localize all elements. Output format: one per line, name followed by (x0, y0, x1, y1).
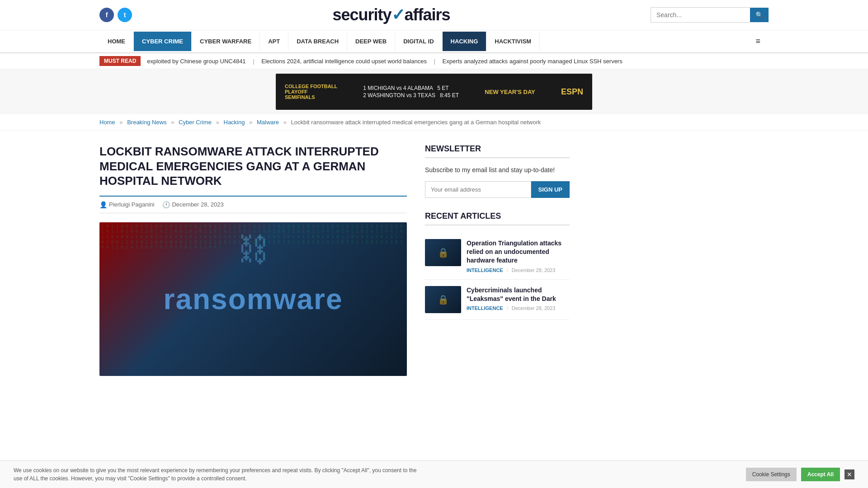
recent-articles-section: RECENT ARTICLES 🔒 Operation Triangulatio… (425, 211, 570, 320)
ticker-item-3[interactable]: Experts analyzed attacks against poorly … (443, 58, 623, 65)
clock-icon: 🕐 (162, 201, 170, 208)
article-thumb-1: 🔒 (425, 239, 461, 266)
tag-label-1[interactable]: INTELLIGENCE (467, 267, 503, 273)
article-title: LOCKBIT RANSOMWARE ATTACK INTERRUPTED ME… (99, 144, 407, 188)
nav-item-hacking[interactable]: HACKING (443, 32, 487, 51)
tag-sep-2: / (507, 305, 508, 311)
breadcrumb-sep-1: » (119, 119, 124, 126)
recent-article-link-1[interactable]: Operation Triangulation attacks relied o… (467, 239, 561, 264)
ad-espn-logo: ESPN (561, 87, 583, 97)
recent-article-item: 🔒 Operation Triangulation attacks relied… (425, 233, 570, 280)
email-form: SIGN UP (425, 181, 570, 198)
ad-matchup-2: 2 WASHINGTON vs 3 TEXAS 8:45 ET (363, 92, 459, 99)
breadcrumb-breaking-news[interactable]: Breaking News (127, 119, 166, 126)
breadcrumb-current: Lockbit ransomware attack interrupted me… (291, 119, 541, 126)
email-input[interactable] (425, 181, 531, 198)
tag-sep-1: / (507, 267, 508, 273)
logo-checkmark: ✓ (392, 5, 405, 24)
article-meta: 👤 Pierluigi Paganini 🕐 December 28, 2023 (99, 196, 407, 213)
article-tags-2: INTELLIGENCE / December 28, 2023 (467, 305, 570, 311)
ticker-text: exploited by Chinese group UNC4841 | Ele… (147, 58, 622, 65)
ad-matchup-1: 1 MICHIGAN vs 4 ALABAMA 5 ET (363, 85, 459, 91)
tag-date-2: December 28, 2023 (512, 305, 556, 311)
ad-logo-cfp: COLLEGE FOOTBALLPLAYOFFSEMIFINALS (285, 84, 337, 100)
recent-article-title-2[interactable]: Cybercriminals launched "Leaksmas" event… (467, 286, 570, 303)
ticker-sep-2: | (434, 58, 435, 65)
thumb-inner-2: 🔒 (425, 286, 461, 313)
top-bar: f t security✓affairs 🔍 (0, 0, 868, 30)
ticker-item-1[interactable]: exploited by Chinese group UNC4841 (147, 58, 245, 65)
recent-articles-title: RECENT ARTICLES (425, 211, 570, 225)
search-bar: 🔍 (651, 7, 769, 23)
thumb-inner-1: 🔒 (425, 239, 461, 266)
ad-banner: COLLEGE FOOTBALLPLAYOFFSEMIFINALS 1 MICH… (0, 69, 868, 114)
tag-date-1: December 28, 2023 (512, 267, 556, 273)
author-icon: 👤 (99, 201, 107, 208)
recent-article-link-2[interactable]: Cybercriminals launched "Leaksmas" event… (467, 286, 556, 302)
nav-item-home[interactable]: HOME (99, 32, 134, 51)
nav-item-cyber-crime[interactable]: CYBER CRIME (134, 32, 192, 51)
article-tags-1: INTELLIGENCE / December 28, 2023 (467, 267, 570, 273)
nav-item-hacktivism[interactable]: HACKTIVISM (486, 32, 540, 51)
ticker-bar: MUST READ exploited by Chinese group UNC… (0, 53, 868, 69)
recent-article-title-1[interactable]: Operation Triangulation attacks relied o… (467, 239, 570, 265)
breadcrumb-sep-4: » (249, 119, 254, 126)
site-logo: security✓affairs (332, 5, 450, 24)
tag-label-2[interactable]: INTELLIGENCE (467, 305, 503, 311)
nav-item-digital-id[interactable]: DIGITAL ID (395, 32, 442, 51)
nav-item-data-breach[interactable]: DATA BREACH (288, 32, 347, 51)
ad-nyd-text: NEW YEAR'S DAY (485, 89, 535, 95)
author-name[interactable]: Pierluigi Paganini (109, 201, 154, 208)
ad-matchups: 1 MICHIGAN vs 4 ALABAMA 5 ET 2 WASHINGTO… (363, 84, 459, 99)
breadcrumb-sep-3: » (216, 119, 221, 126)
nav-item-cyber-warfare[interactable]: CYBER WARFARE (192, 32, 260, 51)
article-image: 1 0 1 1 0 0 1 0 1 1 1 0 0 1 0 1 1 0 1 0 … (99, 222, 407, 376)
ticker-sep-1: | (253, 58, 254, 65)
ad-cfp-text: COLLEGE FOOTBALLPLAYOFFSEMIFINALS (285, 84, 337, 100)
ad-nyd: NEW YEAR'S DAY (485, 89, 535, 95)
nav-bar: HOME CYBER CRIME CYBER WARFARE APT DATA … (0, 30, 868, 53)
search-button[interactable]: 🔍 (750, 8, 769, 22)
article-info-2: Cybercriminals launched "Leaksmas" event… (467, 286, 570, 311)
article-column: LOCKBIT RANSOMWARE ATTACK INTERRUPTED ME… (99, 144, 407, 376)
ad-inner[interactable]: COLLEGE FOOTBALLPLAYOFFSEMIFINALS 1 MICH… (276, 74, 592, 110)
ticker-label: MUST READ (99, 56, 141, 66)
breadcrumb-cyber-crime[interactable]: Cyber Crime (179, 119, 212, 126)
ticker-item-2[interactable]: Elections 2024, artificial intelligence … (261, 58, 427, 65)
twitter-icon[interactable]: t (118, 8, 132, 22)
article-info-1: Operation Triangulation attacks relied o… (467, 239, 570, 273)
ransomware-label: ransomware (163, 282, 343, 316)
main-content: LOCKBIT RANSOMWARE ATTACK INTERRUPTED ME… (0, 131, 868, 389)
logo-text-security: security (332, 5, 391, 24)
chain-icon: ⛓ (237, 231, 269, 267)
nav-item-apt[interactable]: APT (260, 32, 288, 51)
newsletter-description: Subscribe to my email list and stay up-t… (425, 165, 570, 175)
breadcrumb-sep-5: » (283, 119, 288, 126)
article-date-text: December 28, 2023 (172, 201, 223, 208)
signup-button[interactable]: SIGN UP (531, 181, 570, 198)
newsletter-title: NEWSLETTER (425, 144, 570, 158)
search-input[interactable] (651, 7, 750, 23)
social-icons: f t (99, 8, 132, 22)
nav-more-button[interactable]: ≡ (747, 30, 769, 52)
article-author: 👤 Pierluigi Paganini (99, 201, 154, 208)
article-thumb-2: 🔒 (425, 286, 461, 313)
logo-text-affairs: affairs (405, 5, 450, 24)
facebook-icon[interactable]: f (99, 8, 114, 22)
breadcrumb-home[interactable]: Home (99, 119, 115, 126)
breadcrumb-hacking[interactable]: Hacking (224, 119, 245, 126)
nav-item-deep-web[interactable]: DEEP WEB (347, 32, 395, 51)
newsletter-section: NEWSLETTER Subscribe to my email list an… (425, 144, 570, 198)
article-date: 🕐 December 28, 2023 (162, 201, 223, 208)
breadcrumb-malware[interactable]: Malware (257, 119, 279, 126)
breadcrumb-sep-2: » (171, 119, 176, 126)
recent-article-item-2: 🔒 Cybercriminals launched "Leaksmas" eve… (425, 280, 570, 320)
sidebar-column: NEWSLETTER Subscribe to my email list an… (425, 144, 570, 376)
breadcrumb: Home » Breaking News » Cyber Crime » Hac… (0, 114, 868, 131)
